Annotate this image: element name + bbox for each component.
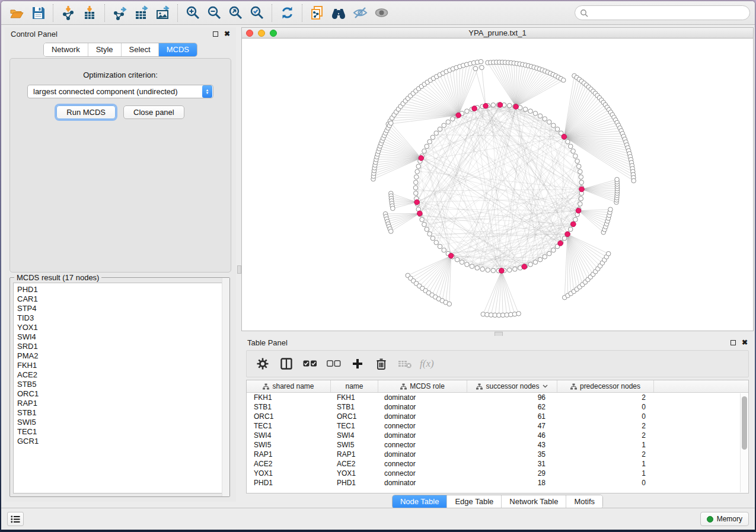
table-cell: ORC1 xyxy=(331,412,378,421)
delete-column-button[interactable] xyxy=(372,354,390,373)
mcds-result-list[interactable]: PHD1CAR1STP4TID3YOX1SWI4SRD1PMA2FKH1ACE2… xyxy=(13,283,227,493)
table-cell: ORC1 xyxy=(247,412,331,421)
mcds-node-item[interactable]: TID3 xyxy=(17,313,226,323)
float-panel-icon[interactable] xyxy=(213,31,218,37)
tab-node-table[interactable]: Node Table xyxy=(393,495,448,508)
mcds-node-item[interactable]: GCR1 xyxy=(17,437,226,446)
table-settings-button[interactable] xyxy=(254,354,272,373)
deselect-all-button[interactable] xyxy=(325,354,343,373)
mcds-node-item[interactable]: STP4 xyxy=(17,304,226,313)
function-builder-button[interactable]: f(x) xyxy=(420,358,434,370)
mcds-node-item[interactable]: SRD1 xyxy=(17,342,226,351)
table-cell: STB1 xyxy=(247,402,331,412)
import-network-button[interactable] xyxy=(58,4,79,23)
save-session-button[interactable] xyxy=(27,4,49,23)
table-scrollbar-thumb[interactable] xyxy=(742,396,747,450)
table-row[interactable]: TEC1TEC1connector472 xyxy=(247,421,748,431)
tab-edge-table[interactable]: Edge Table xyxy=(447,495,502,508)
mcds-node-item[interactable]: RAP1 xyxy=(17,399,226,408)
table-row[interactable]: STB1STB1dominator620 xyxy=(247,402,748,412)
export-table-button[interactable] xyxy=(130,4,152,23)
search-input[interactable] xyxy=(588,9,749,17)
clone-network-button[interactable] xyxy=(307,4,328,23)
show-graphics-button[interactable] xyxy=(371,4,392,23)
column-header-predecessor-nodes[interactable]: predecessor nodes xyxy=(557,380,654,392)
float-panel-icon[interactable] xyxy=(731,340,736,345)
delete-table-button[interactable] xyxy=(396,354,414,373)
optimization-criterion-label: Optimization criterion: xyxy=(10,70,231,79)
add-column-button[interactable] xyxy=(349,354,366,373)
tab-motifs[interactable]: Motifs xyxy=(566,495,602,508)
main-toolbar xyxy=(1,1,755,25)
memory-label: Memory xyxy=(717,515,742,523)
tab-mcds[interactable]: MCDS xyxy=(159,43,197,56)
mcds-node-item[interactable]: CAR1 xyxy=(17,294,226,304)
column-header-name[interactable]: name xyxy=(331,380,378,392)
export-network-button[interactable] xyxy=(109,4,130,23)
search-field[interactable] xyxy=(575,5,750,20)
mcds-node-item[interactable]: FKH1 xyxy=(17,361,226,370)
open-file-button[interactable] xyxy=(6,4,27,23)
table-scrollbar[interactable] xyxy=(740,393,748,492)
mcds-node-item[interactable]: SWI5 xyxy=(17,418,226,427)
table-row[interactable]: FKH1FKH1dominator962 xyxy=(247,393,748,402)
tab-network-table[interactable]: Network Table xyxy=(502,495,566,508)
table-header-row: shared namenameMCDS rolesuccessor nodesp… xyxy=(247,380,748,393)
column-label: predecessor nodes xyxy=(580,382,640,390)
tab-network[interactable]: Network xyxy=(44,43,88,56)
tab-style[interactable]: Style xyxy=(88,43,122,56)
close-panel-button[interactable]: Close panel xyxy=(123,105,184,119)
export-image-icon xyxy=(155,5,171,21)
run-mcds-button[interactable]: Run MCDS xyxy=(56,105,116,119)
mcds-list-scrollbar[interactable] xyxy=(222,278,229,496)
splitter-grip[interactable] xyxy=(237,265,241,274)
list-icon xyxy=(11,515,20,523)
mcds-node-item[interactable]: SWI4 xyxy=(17,332,226,342)
column-header-successor-nodes[interactable]: successor nodes xyxy=(467,380,557,392)
zoom-out-button[interactable] xyxy=(203,4,225,23)
optimization-criterion-select[interactable]: largest connected component (undirected)… xyxy=(27,85,213,98)
mcds-node-item[interactable]: YOX1 xyxy=(17,323,226,332)
first-neighbors-button[interactable] xyxy=(328,4,349,23)
application-window: Control Panel ✖ NetworkStyleSelectMCDS O… xyxy=(1,1,755,530)
task-history-button[interactable] xyxy=(7,512,24,526)
mcds-node-item[interactable]: ACE2 xyxy=(17,370,226,380)
zoom-selected-button[interactable] xyxy=(246,4,267,23)
table-cell: ACE2 xyxy=(247,459,331,469)
tab-select[interactable]: Select xyxy=(122,43,159,56)
import-table-button[interactable] xyxy=(79,4,100,23)
close-panel-icon[interactable]: ✖ xyxy=(224,30,230,37)
table-cell: STB1 xyxy=(331,402,378,412)
table-cell: 0 xyxy=(557,478,654,488)
column-header-shared-name[interactable]: shared name xyxy=(247,380,331,392)
table-row[interactable]: SWI4SWI4dominator462 xyxy=(247,431,748,440)
mcds-node-item[interactable]: STB1 xyxy=(17,408,226,418)
mcds-node-item[interactable]: TEC1 xyxy=(17,427,226,437)
zoom-in-button[interactable] xyxy=(182,4,203,23)
node-table-body: FKH1FKH1dominator962STB1STB1dominator620… xyxy=(247,393,748,488)
mcds-node-item[interactable]: ORC1 xyxy=(17,389,226,399)
table-row[interactable]: SWI5SWI5connector431 xyxy=(247,440,748,450)
export-image-button[interactable] xyxy=(152,4,173,23)
mcds-node-item[interactable]: STB5 xyxy=(17,380,226,389)
memory-button[interactable]: Memory xyxy=(700,512,749,526)
table-row[interactable]: PHD1PHD1dominator180 xyxy=(247,478,748,488)
table-row[interactable]: YOX1YOX1connector291 xyxy=(247,469,748,478)
table-row[interactable]: ACE2ACE2connector311 xyxy=(247,459,748,469)
network-canvas[interactable] xyxy=(242,39,753,331)
vertical-splitter[interactable] xyxy=(237,27,241,502)
close-panel-icon[interactable]: ✖ xyxy=(742,339,748,346)
zoom-fit-button[interactable] xyxy=(225,4,246,23)
column-header-MCDS-role[interactable]: MCDS role xyxy=(378,380,467,392)
mcds-node-item[interactable]: PHD1 xyxy=(17,285,226,294)
table-cell: connector xyxy=(378,469,467,478)
table-row[interactable]: ORC1ORC1dominator610 xyxy=(247,412,748,421)
hide-selected-button[interactable] xyxy=(349,4,371,23)
refresh-button[interactable] xyxy=(276,4,298,23)
table-row[interactable]: RAP1RAP1dominator352 xyxy=(247,450,748,459)
mcds-node-item[interactable]: PMA2 xyxy=(17,351,226,361)
show-column-panel-button[interactable] xyxy=(277,354,295,373)
select-all-button[interactable] xyxy=(301,354,319,373)
zoom-in-icon xyxy=(185,5,201,21)
memory-status-icon xyxy=(707,516,713,523)
